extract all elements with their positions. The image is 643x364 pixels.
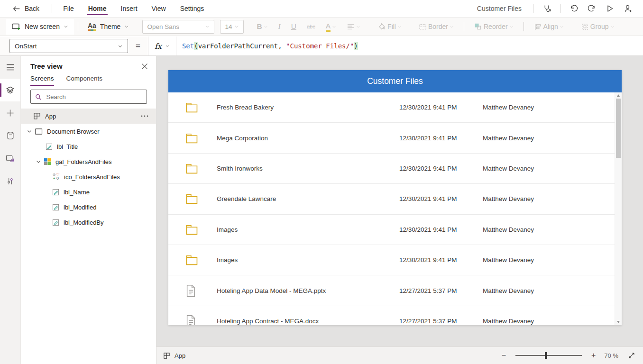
- gallery-scrollbar[interactable]: [615, 92, 622, 325]
- files-gallery[interactable]: Fresh Bread Bakery 12/30/2021 9:41 PM Ma…: [168, 92, 622, 325]
- row-icon-slot: [185, 102, 217, 113]
- font-family-select[interactable]: Open Sans: [142, 20, 214, 34]
- chevron-down-icon: [124, 24, 129, 29]
- gallery-row[interactable]: Hoteling App Data Model - MEGA.pptx 12/2…: [168, 275, 622, 306]
- menu-settings[interactable]: Settings: [173, 0, 211, 17]
- folder-icon: [185, 102, 198, 113]
- data-rail-button[interactable]: [0, 124, 20, 147]
- tree-item-lbl-modified[interactable]: lbl_Modified: [21, 200, 156, 215]
- strikethrough-button[interactable]: abc: [302, 19, 321, 34]
- italic-button[interactable]: I: [273, 19, 286, 34]
- search-box[interactable]: [30, 90, 147, 104]
- gallery-row[interactable]: Mega Corporation 12/30/2021 9:41 PM Matt…: [168, 123, 622, 153]
- tree-item-app[interactable]: App: [21, 109, 156, 124]
- back-label: Back: [25, 5, 39, 12]
- hamburger-button[interactable]: [0, 56, 20, 79]
- insert-plus-icon: [6, 109, 14, 117]
- bold-button[interactable]: B: [251, 19, 273, 34]
- new-screen-button[interactable]: New screen: [6, 19, 74, 35]
- border-button[interactable]: Border: [413, 19, 459, 34]
- group-label: Group: [590, 23, 609, 30]
- file-name: Images: [217, 226, 399, 233]
- tree-item-lbl-title[interactable]: lbl_Title: [21, 139, 156, 154]
- gallery-row[interactable]: Images 12/30/2021 9:41 PM Matthew Devane…: [168, 245, 622, 275]
- reorder-button[interactable]: Reorder: [469, 19, 519, 34]
- tree-item-lbl-name[interactable]: lbl_Name: [21, 184, 156, 200]
- chevron-down-icon[interactable]: [27, 128, 32, 134]
- group-icon: [581, 23, 589, 31]
- formula-bar: OnStart = fx Set(varFolderPathCurrent, "…: [0, 36, 643, 56]
- search-input[interactable]: [46, 93, 142, 101]
- screen-preview[interactable]: Customer Files Fresh Bread Bakery 12/30/…: [168, 70, 622, 325]
- hamburger-icon: [6, 64, 15, 71]
- font-color-button[interactable]: A: [321, 19, 341, 34]
- gallery-row[interactable]: Smith Ironworks 12/30/2021 9:41 PM Matth…: [168, 154, 622, 184]
- chevron-down-icon[interactable]: [36, 159, 41, 164]
- app-checker-button[interactable]: [538, 1, 555, 16]
- advanced-tools-rail-button[interactable]: [0, 170, 20, 192]
- scrollbar-thumb[interactable]: [616, 99, 621, 158]
- theme-label: Theme: [100, 23, 121, 30]
- design-canvas[interactable]: Customer Files Fresh Bread Bakery 12/30/…: [156, 56, 643, 346]
- tree-view-rail-button[interactable]: [0, 79, 20, 101]
- tree-item-label: ico_FoldersAndFiles: [64, 173, 120, 181]
- gallery-row[interactable]: Images 12/30/2021 9:41 PM Matthew Devane…: [168, 215, 622, 245]
- menu-view[interactable]: View: [145, 0, 173, 17]
- tree-item-lbl-modifiedby[interactable]: lbl_ModifiedBy: [21, 215, 156, 230]
- modified-date: 12/30/2021 9:41 PM: [399, 195, 483, 202]
- fill-button[interactable]: Fill: [372, 19, 407, 34]
- tab-screens[interactable]: Screens: [30, 75, 54, 86]
- menu-home[interactable]: Home: [81, 0, 114, 17]
- scroll-up-icon[interactable]: [617, 94, 620, 97]
- zoom-slider[interactable]: [515, 355, 582, 356]
- formula-open-paren: (: [194, 42, 198, 50]
- zoom-out-button[interactable]: −: [502, 352, 506, 359]
- redo-button[interactable]: [583, 1, 600, 16]
- tree-item-ico-foldersandfiles[interactable]: ⊘♡+⟳ ico_FoldersAndFiles: [21, 169, 156, 184]
- property-select[interactable]: OnStart: [9, 39, 128, 53]
- border-icon: [419, 23, 427, 30]
- media-rail-button[interactable]: [0, 147, 20, 170]
- modified-by: Matthew Devaney: [483, 165, 622, 172]
- menu-file[interactable]: File: [56, 0, 81, 17]
- tree-item-label: lbl_Name: [64, 189, 90, 196]
- scroll-down-icon[interactable]: [617, 321, 620, 323]
- gallery-row[interactable]: Fresh Bread Bakery 12/30/2021 9:41 PM Ma…: [168, 92, 622, 123]
- tree-item-document-browser[interactable]: Document Browser: [21, 124, 156, 139]
- formula-function: Set: [182, 42, 194, 50]
- gallery-row[interactable]: Greendale Lawncare 12/30/2021 9:41 PM Ma…: [168, 184, 622, 214]
- text-align-button[interactable]: [341, 19, 366, 34]
- font-size-select[interactable]: 14: [220, 20, 244, 34]
- formula-input[interactable]: Set(varFolderPathCurrent, "Customer File…: [176, 36, 643, 55]
- zoom-slider-thumb[interactable]: [545, 352, 547, 359]
- fit-to-window-icon[interactable]: [628, 352, 635, 359]
- fill-label: Fill: [387, 23, 396, 30]
- theme-button[interactable]: Aa Theme: [82, 19, 135, 35]
- app-icon: [163, 352, 170, 359]
- more-options-icon[interactable]: [141, 115, 148, 117]
- underline-icon: U: [291, 22, 296, 31]
- divider: [52, 4, 52, 13]
- group-button[interactable]: Group: [576, 19, 620, 34]
- menu-insert[interactable]: Insert: [114, 0, 145, 17]
- share-button[interactable]: [619, 1, 636, 16]
- underline-button[interactable]: U: [286, 19, 302, 34]
- reorder-icon: [474, 23, 482, 31]
- play-button[interactable]: [601, 1, 618, 16]
- fx-menu[interactable]: fx: [148, 36, 176, 55]
- modified-date: 12/30/2021 9:41 PM: [399, 104, 483, 111]
- app-icon: [33, 112, 41, 120]
- undo-button[interactable]: [565, 1, 582, 16]
- tab-components[interactable]: Components: [66, 75, 103, 86]
- close-icon[interactable]: [141, 63, 148, 70]
- back-button[interactable]: Back: [12, 0, 48, 17]
- gallery-row[interactable]: Hoteling App Contract - MEGA.docx 12/27/…: [168, 306, 622, 325]
- zoom-in-button[interactable]: +: [591, 352, 596, 359]
- screen-breadcrumb[interactable]: App: [163, 352, 185, 359]
- insert-rail-button[interactable]: [0, 101, 20, 124]
- app-header-label[interactable]: Customer Files: [168, 70, 622, 92]
- equals-sign: =: [136, 41, 140, 51]
- tree-item-gal-foldersandfiles[interactable]: gal_FoldersAndFiles: [21, 154, 156, 169]
- modified-by: Matthew Devaney: [483, 287, 622, 294]
- align-button[interactable]: Align: [529, 19, 569, 34]
